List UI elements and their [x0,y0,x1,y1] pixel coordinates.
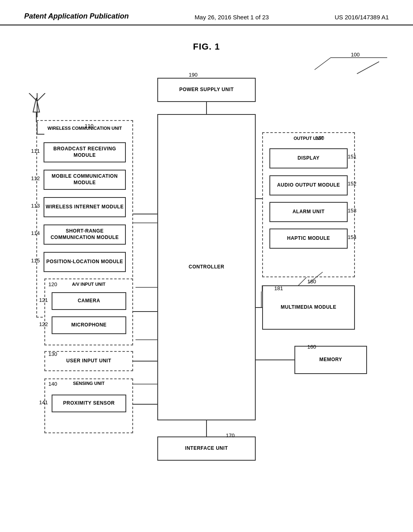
patent-number: US 2016/147389 A1 [335,12,389,21]
ref-130: 130 [48,351,57,357]
ref-151: 151 [348,154,357,160]
haptic-module-box: HAPTIC MODULE [269,229,348,249]
camera-box: CAMERA [52,292,126,310]
svg-line-2 [315,58,331,70]
ref-152: 152 [348,181,357,187]
svg-line-31 [357,62,379,74]
wireless-internet-box: WIRELESS INTERNET MODULE [44,197,126,217]
broadcast-module-box: BROADCAST RECEIVING MODULE [44,142,126,162]
ref-160: 160 [307,344,316,350]
memory-box: MEMORY [294,346,367,374]
ref-170: 170 [226,432,235,438]
ref-140: 140 [48,381,57,387]
short-range-box: SHORT-RANGE COMMUNICATION MODULE [44,224,126,245]
proximity-sensor-box: PROXIMITY SENSOR [52,395,126,412]
mobile-comm-box: MOBILE COMMUNICATION MODULE [44,170,126,190]
ref-115: 115 [31,258,40,264]
av-input-label: A/V INPUT UNIT [48,282,129,287]
sensing-unit-label: SENSING UNIT [48,381,129,386]
ref-153: 153 [348,208,357,214]
sheet-info: May 26, 2016 Sheet 1 of 23 [194,12,269,21]
ref-141: 141 [39,399,48,405]
audio-output-box: AUDIO OUTPUT MODULE [269,175,348,195]
ref-120: 120 [48,281,57,287]
page: Patent Application Publication May 26, 2… [0,0,413,532]
ref-113: 113 [31,203,40,209]
svg-line-17 [29,93,37,101]
ref-114: 114 [31,230,40,236]
ref-154: 154 [348,234,357,240]
position-location-box: POSITION-LOCATION MODULE [44,252,126,272]
display-box: DISPLAY [269,148,348,168]
publication-title: Patent Application Publication [24,12,129,21]
antenna-icon [25,93,49,121]
ref-180: 180 [307,278,316,285]
microphone-box: MICROPHONE [52,316,126,334]
ref-122: 122 [39,321,48,327]
header: Patent Application Publication May 26, 2… [0,0,413,25]
ref-111: 111 [31,148,40,154]
diagram-area: FIG. 1 100 POWER SUPPLY UNIT 190 CONTROL… [0,25,413,509]
multimedia-module-box: MULTIMEDIA MODULE [262,285,355,330]
output-unit-label: OUTPUT UNIT [266,136,351,141]
figure-title: FIG. 1 [193,42,220,52]
user-input-unit-box: USER INPUT UNIT [44,351,133,371]
interface-unit-box: INTERFACE UNIT [157,436,256,461]
controller-box: CONTROLLER [157,114,256,420]
av-input-unit-box [44,278,133,345]
ref-121: 121 [39,297,48,303]
svg-line-19 [37,93,45,101]
ref-112: 112 [31,175,40,181]
ref-100: 100 [351,52,360,58]
alarm-unit-box: ALARM UNIT [269,202,348,222]
ref-110: 110 [85,123,94,129]
ref-190: 190 [189,72,198,78]
power-supply-unit-box: POWER SUPPLY UNIT [157,78,256,102]
ref-181: 181 [274,285,283,291]
ref-150: 150 [315,135,324,141]
